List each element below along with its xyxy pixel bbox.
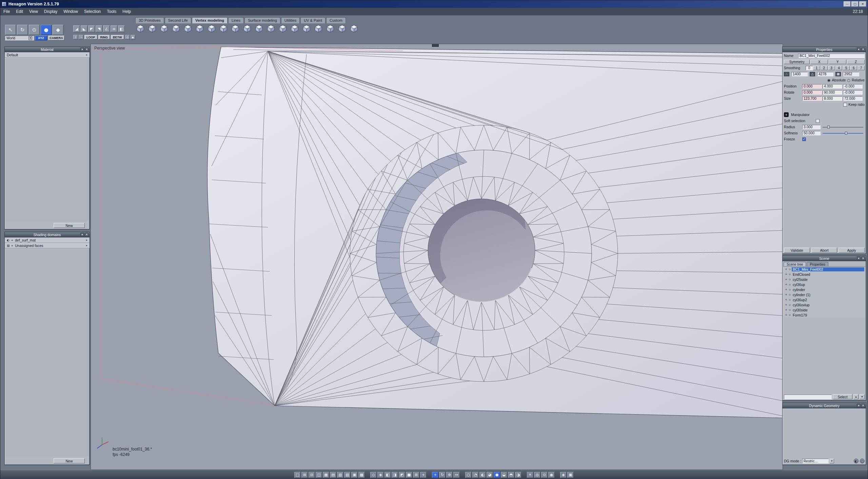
collapse-icon[interactable]: ▾ <box>857 47 861 51</box>
softness-field[interactable]: 50.000 <box>802 131 821 135</box>
shading-item-def-surf-mat[interactable]: ◐ + def_surf_mat ▸ <box>5 237 90 243</box>
ambient-icon[interactable]: ⊙ <box>541 472 548 478</box>
smoothing-2-button[interactable]: 2 <box>821 66 828 70</box>
name-field[interactable]: BC1_Mini_Feet002 <box>798 54 865 58</box>
scene-panel-title[interactable]: Scene ▾ ✕ <box>783 256 866 261</box>
viewport-canvas[interactable] <box>91 44 783 470</box>
expand-icon[interactable]: + <box>784 278 788 281</box>
abort-button[interactable]: Abort <box>811 248 837 253</box>
split-vertical-icon[interactable]: ◫ <box>316 472 322 478</box>
smoothing-0-button[interactable]: 0 <box>806 66 813 70</box>
collapse-icon[interactable]: ▾ <box>857 404 861 407</box>
sphere-half-icon[interactable]: ◐ <box>479 472 486 478</box>
modeling-tool-11-icon[interactable] <box>254 23 264 34</box>
radius-slider[interactable] <box>823 126 863 129</box>
axis-toggle-icon[interactable]: + <box>420 472 427 478</box>
material-mode-icon[interactable]: ■ <box>406 472 412 478</box>
modeling-tool-02-icon[interactable] <box>147 23 157 34</box>
tree-item-cyl30side[interactable]: +▫cyl30side <box>783 307 865 312</box>
expand-icon[interactable]: + <box>784 298 788 301</box>
slash-tool-icon[interactable]: / <box>73 35 78 39</box>
tree-item-form179[interactable]: +▫Form179 <box>783 312 865 318</box>
symmetry-y-button[interactable]: Y <box>829 60 846 64</box>
edge-tool-6-icon[interactable]: ≡ <box>111 25 117 32</box>
grid-toggle-icon[interactable]: ⊞ <box>413 472 419 478</box>
dg-wire-sphere-icon[interactable]: ○ <box>860 459 865 463</box>
close-icon[interactable]: ✕ <box>861 47 865 51</box>
dg-shaded-sphere-icon[interactable]: ◐ <box>854 459 859 463</box>
rotate-view-icon[interactable]: ↻ <box>17 25 28 35</box>
tree-item-cyl25side[interactable]: +▫cyl25side <box>783 277 865 282</box>
tree-item-cyl36ovlup[interactable]: +▫cyl36ovlup <box>783 302 865 307</box>
size-x-field[interactable]: 123.700 <box>802 96 822 101</box>
modeling-tool-05-icon[interactable] <box>183 23 193 34</box>
soft-selection-checkbox[interactable] <box>816 119 820 123</box>
tab-3d-primitives[interactable]: 3D Primitives <box>135 17 164 23</box>
tree-item-cylinder-1-[interactable]: +▫cylinder (1) <box>783 292 865 297</box>
mixed-view-icon[interactable]: ▧ <box>344 472 351 478</box>
perspective-viewport[interactable]: Perspective view bc10mini_foot01_36.* fp… <box>91 44 783 470</box>
tree-item-cyl36up2[interactable]: +▫cyl36up2 <box>783 297 865 302</box>
sphere-bottom-icon[interactable]: ◒ <box>501 472 507 478</box>
tab-lines[interactable]: Lines <box>228 17 244 23</box>
scroll-down-icon[interactable]: ▼ <box>860 394 865 399</box>
smoothing-5-button[interactable]: 5 <box>843 66 850 70</box>
symmetry-button[interactable]: Symmetry <box>784 60 810 64</box>
shading-new-button[interactable]: New <box>54 458 85 463</box>
modeling-tool-08-icon[interactable] <box>218 23 229 34</box>
shading-panel-title[interactable]: Shading domains ▾ ✕ <box>5 232 90 237</box>
columns-view-icon[interactable]: ▥ <box>337 472 343 478</box>
modeling-tool-18-icon[interactable] <box>337 23 347 34</box>
cube-mode-icon[interactable]: ◆ <box>53 25 63 35</box>
edge-tool-4-icon[interactable]: ◥ <box>96 25 102 32</box>
betw-button[interactable]: BETW <box>111 35 124 39</box>
tab-scene-tree[interactable]: Scene tree <box>784 262 806 266</box>
size-y-field[interactable]: 8.000 <box>823 96 842 101</box>
world-dropdown[interactable]: World ▾ <box>5 36 34 40</box>
pan-tool-icon[interactable]: + <box>432 472 438 478</box>
rotate-x-field[interactable]: 0.000 <box>802 90 822 95</box>
softness-slider[interactable] <box>823 132 863 135</box>
dolly-tool-icon[interactable]: ↔ <box>453 472 460 478</box>
modeling-tool-14-icon[interactable] <box>290 23 300 34</box>
modeling-tool-15-icon[interactable] <box>301 23 312 34</box>
tab-properties[interactable]: Properties <box>807 262 828 266</box>
close-icon[interactable]: ✕ <box>85 233 88 236</box>
sphere-mode-icon[interactable]: ● <box>41 25 52 35</box>
mini-solid-icon[interactable]: ▪ <box>131 35 135 39</box>
menu-selection[interactable]: Selection <box>81 9 104 14</box>
smoothing-6-button[interactable]: 6 <box>850 66 857 70</box>
symmetry-x-button[interactable]: X <box>810 60 828 64</box>
sphere-wire-icon[interactable]: ○ <box>465 472 472 478</box>
edge-tool-3-icon[interactable]: ◤ <box>88 25 95 32</box>
menu-help[interactable]: Help <box>119 9 134 14</box>
menu-tools[interactable]: Tools <box>104 9 119 14</box>
expand-icon[interactable]: + <box>784 273 788 276</box>
collapse-icon[interactable]: ▾ <box>80 233 84 236</box>
modeling-tool-07-icon[interactable] <box>206 23 217 34</box>
edge-tool-7-icon[interactable]: ◧ <box>118 25 125 32</box>
select-button[interactable]: Select <box>833 394 852 399</box>
modeling-tool-01-icon[interactable] <box>135 23 145 34</box>
rows-view-icon[interactable]: ▤ <box>330 472 336 478</box>
list-view-icon[interactable]: ▩ <box>358 472 365 478</box>
menu-view[interactable]: View <box>26 9 41 14</box>
expand-icon[interactable]: + <box>784 293 788 296</box>
tree-item-cyl36up[interactable]: +▫cyl36up <box>783 282 865 287</box>
tab-vertex-modeling[interactable]: Vertex modeling <box>192 17 228 23</box>
tree-item-endclosed[interactable]: +▫EndClosed <box>783 272 865 277</box>
smoothing-3-button[interactable]: 3 <box>828 66 835 70</box>
tree-item-cylinder[interactable]: +▫cylinder <box>783 287 865 292</box>
radius-field[interactable]: 3.000 <box>802 125 821 129</box>
glow-icon[interactable]: ◉ <box>548 472 555 478</box>
hidden-line-mode-icon[interactable]: ◈ <box>377 472 384 478</box>
apply-button[interactable]: Apply <box>839 248 865 253</box>
keep-ratio-checkbox[interactable] <box>843 103 847 107</box>
xyz-button[interactable]: XYZ <box>35 36 47 40</box>
camera-icon[interactable]: ▣ <box>567 472 574 478</box>
modeling-tool-17-icon[interactable] <box>325 23 335 34</box>
modeling-tool-09-icon[interactable] <box>230 23 240 34</box>
tab-custom[interactable]: Custom <box>326 17 346 23</box>
position-z-field[interactable]: -0.000 <box>843 84 863 89</box>
tab-surface-modeling[interactable]: Surface modeling <box>244 17 280 23</box>
